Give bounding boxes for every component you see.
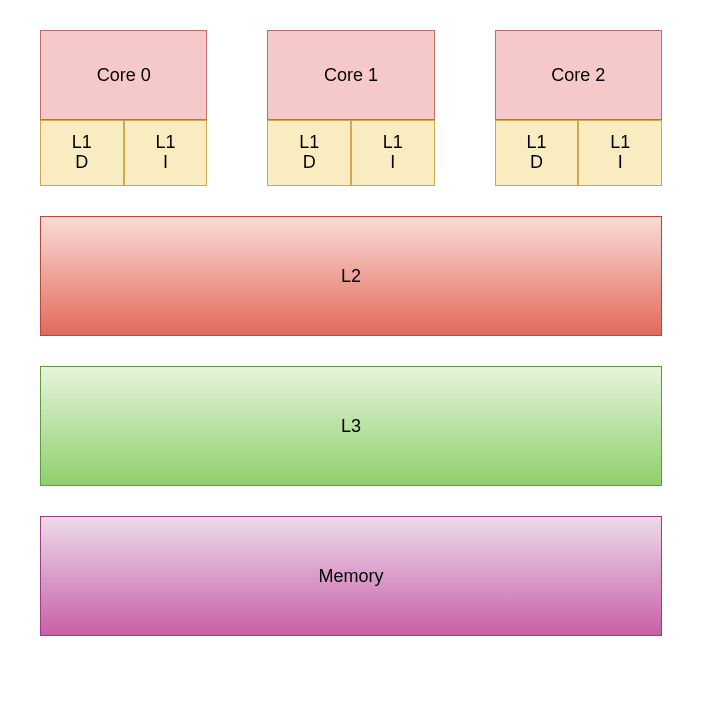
core-1-l1d-line2: D — [303, 153, 316, 173]
core-2-l1i: L1 I — [578, 120, 662, 186]
l2-label: L2 — [341, 266, 361, 287]
core-2-l1i-line1: L1 — [610, 133, 630, 153]
core-1-l1i: L1 I — [351, 120, 435, 186]
core-0-l1d-line1: L1 — [72, 133, 92, 153]
core-0-l1d-line2: D — [75, 153, 88, 173]
core-0-box: Core 0 — [40, 30, 207, 120]
core-2-l1d-line1: L1 — [526, 133, 546, 153]
core-0-l1i-line1: L1 — [155, 133, 175, 153]
core-2-l1-row: L1 D L1 I — [495, 120, 662, 186]
core-1-label: Core 1 — [324, 65, 378, 86]
core-1-box: Core 1 — [267, 30, 434, 120]
core-2-l1d-line2: D — [530, 153, 543, 173]
core-1-l1d-line1: L1 — [299, 133, 319, 153]
cache-hierarchy-diagram: Core 0 L1 D L1 I Core 1 L1 D — [40, 30, 662, 636]
core-unit-1: Core 1 L1 D L1 I — [267, 30, 434, 186]
core-2-box: Core 2 — [495, 30, 662, 120]
core-0-l1-row: L1 D L1 I — [40, 120, 207, 186]
cores-row: Core 0 L1 D L1 I Core 1 L1 D — [40, 30, 662, 186]
core-1-l1i-line2: I — [390, 153, 395, 173]
core-2-l1i-line2: I — [618, 153, 623, 173]
l2-cache-bar: L2 — [40, 216, 662, 336]
core-2-label: Core 2 — [551, 65, 605, 86]
core-2-l1d: L1 D — [495, 120, 579, 186]
core-1-l1i-line1: L1 — [383, 133, 403, 153]
l3-cache-bar: L3 — [40, 366, 662, 486]
memory-bar: Memory — [40, 516, 662, 636]
l3-label: L3 — [341, 416, 361, 437]
core-1-l1-row: L1 D L1 I — [267, 120, 434, 186]
core-unit-2: Core 2 L1 D L1 I — [495, 30, 662, 186]
core-0-l1i-line2: I — [163, 153, 168, 173]
core-0-l1i: L1 I — [124, 120, 208, 186]
core-0-l1d: L1 D — [40, 120, 124, 186]
memory-label: Memory — [318, 566, 383, 587]
core-1-l1d: L1 D — [267, 120, 351, 186]
core-unit-0: Core 0 L1 D L1 I — [40, 30, 207, 186]
core-0-label: Core 0 — [97, 65, 151, 86]
